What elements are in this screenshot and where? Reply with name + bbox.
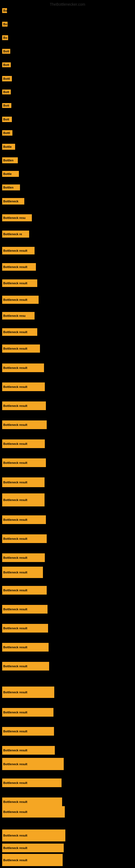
bar-item: Bottl: [2, 76, 12, 82]
bottleneck-bar: Bottleneck result: [2, 328, 37, 336]
bar-item: Bottleneck result: [2, 778, 61, 787]
bar-item: Bottle: [2, 144, 15, 150]
bottleneck-bar: Bottleneck resu: [2, 312, 35, 319]
bottleneck-bar: Bottleneck result: [2, 493, 45, 506]
bar-item: Bottleneck re: [2, 230, 29, 238]
bottleneck-bar: Bottl: [2, 130, 12, 135]
bar-item: Bottle: [2, 171, 19, 177]
site-title: TheBottlenecker.com: [50, 2, 85, 6]
bar-item: Bottleneck result: [2, 493, 45, 506]
bottleneck-bar: Bottleneck result: [2, 746, 55, 755]
bottleneck-bar: Bottleneck result: [2, 727, 54, 736]
bar-item: Bottleneck result: [2, 279, 37, 287]
bar-item: Bottleneck result: [2, 806, 65, 817]
bottleneck-bar: Bottleneck result: [2, 798, 62, 806]
bottleneck-bar: Bottleneck result: [2, 382, 45, 391]
bar-item: Bottleneck result: [2, 401, 46, 410]
bottleneck-bar: Bottle: [2, 144, 15, 150]
bottleneck-bar: Bottleneck result: [2, 806, 65, 817]
bar-item: Bottleneck result: [2, 854, 63, 866]
bottleneck-bar: Bottleneck result: [2, 605, 48, 614]
bottleneck-bar: Bottleneck result: [2, 263, 36, 271]
bottleneck-bar: Bottleneck result: [2, 279, 37, 287]
bottleneck-bar: Bottleneck result: [2, 708, 53, 717]
bar-item: Bott: [2, 49, 10, 54]
bar-item: Bottleneck resu: [2, 214, 32, 221]
bar-item: Bottleneck resu: [2, 312, 35, 319]
bar-item: Bottleneck result: [2, 439, 45, 448]
bar-item: Bottleneck result: [2, 382, 45, 391]
bottleneck-bar: Bottleneck result: [2, 421, 47, 429]
bar-item: Bottleneck result: [2, 516, 46, 524]
bar-item: Bottleneck result: [2, 296, 39, 304]
bottleneck-bar: Bottleneck result: [2, 686, 54, 698]
bottleneck-bar: Bottl: [2, 76, 12, 82]
bottleneck-bar: Bott: [2, 49, 10, 54]
bar-item: Bottleneck result: [2, 758, 64, 770]
bar-item: Bottleneck result: [2, 344, 40, 352]
bar-item: Bottleneck result: [2, 247, 35, 254]
bar-item: Bottleneck result: [2, 686, 54, 698]
bottleneck-bar: Bott: [2, 103, 11, 108]
bar-item: Bottleneck result: [2, 553, 45, 562]
bottleneck-bar: Bottleneck result: [2, 296, 39, 304]
bottleneck-bar: Bottleneck result: [2, 247, 35, 254]
bottleneck-bar: Bottleneck result: [2, 830, 65, 841]
bar-item: Bottleneck result: [2, 477, 45, 487]
bar-item: Bottleneck result: [2, 458, 46, 467]
bar-item: Bo: [2, 22, 8, 27]
bar-item: Bottleneck result: [2, 727, 54, 736]
bottleneck-bar: Bo: [2, 8, 7, 13]
bottleneck-bar: Bottleneck result: [2, 534, 47, 543]
bottleneck-bar: Bottleneck resu: [2, 214, 32, 221]
bottleneck-bar: Bottleneck result: [2, 401, 46, 410]
bottleneck-bar: Bott: [2, 90, 11, 94]
bar-item: Bo: [2, 35, 8, 40]
bar-item: Bott: [2, 117, 12, 122]
bar-item: Bottleneck result: [2, 534, 47, 543]
bar-item: Bottleneck result: [2, 830, 65, 841]
bottleneck-bar: Bottleneck result: [2, 567, 43, 578]
bottleneck-bar: Bott: [2, 117, 12, 122]
bar-item: Bott: [2, 90, 11, 94]
bar-item: Bottleneck result: [2, 798, 62, 806]
bar-item: Bottleneck result: [2, 605, 48, 614]
bar-item: Bo: [2, 8, 7, 13]
bar-item: Bottleneck result: [2, 662, 49, 671]
bottleneck-bar: Bottleneck re: [2, 230, 29, 238]
bottleneck-bar: Bo: [2, 22, 8, 27]
bottleneck-bar: Bottleneck result: [2, 624, 48, 632]
bar-item: Bottleneck result: [2, 586, 47, 595]
bottleneck-bar: Bottleneck result: [2, 854, 63, 866]
bottleneck-bar: Bo: [2, 35, 8, 40]
bar-item: Bottleneck result: [2, 263, 36, 271]
bottleneck-bar: Bottleneck result: [2, 586, 47, 595]
bottleneck-bar: Bottleneck result: [2, 344, 40, 352]
bottleneck-bar: Bottlen: [2, 157, 18, 163]
bottleneck-bar: Bottleneck: [2, 198, 24, 205]
bar-item: Bottleneck result: [2, 708, 53, 717]
bottleneck-bar: Bottleneck result: [2, 643, 49, 652]
bottleneck-bar: Bottleneck result: [2, 778, 61, 787]
bar-item: Bottleneck result: [2, 746, 55, 755]
bottleneck-bar: Bottleneck result: [2, 662, 49, 671]
bottleneck-bar: Bottleneck result: [2, 477, 45, 487]
bottleneck-bar: Bott: [2, 62, 11, 67]
bar-item: Bottleneck: [2, 198, 24, 205]
bottleneck-bar: Bottleneck result: [2, 758, 64, 770]
bottleneck-bar: Bottleneck result: [2, 439, 45, 448]
bar-item: Bott: [2, 62, 11, 67]
bottleneck-bar: Bottleneck result: [2, 844, 64, 852]
bottleneck-bar: Bottleneck result: [2, 516, 46, 524]
bottleneck-bar: Bottlen: [2, 184, 20, 190]
bar-item: Bottleneck result: [2, 643, 49, 652]
bottleneck-bar: Bottleneck result: [2, 553, 45, 562]
bar-item: Bottleneck result: [2, 328, 37, 336]
bar-item: Bottleneck result: [2, 624, 48, 632]
bottleneck-bar: Bottleneck result: [2, 458, 46, 467]
bar-item: Bottl: [2, 130, 12, 135]
bar-item: Bottleneck result: [2, 364, 44, 372]
bar-item: Bottlen: [2, 184, 20, 190]
bar-item: Bottleneck result: [2, 567, 43, 578]
bottleneck-bar: Bottleneck result: [2, 364, 44, 372]
